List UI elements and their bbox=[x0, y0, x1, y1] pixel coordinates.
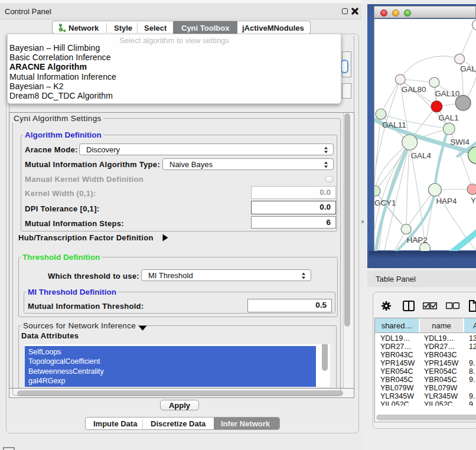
svg-text:HAP4: HAP4 bbox=[436, 197, 457, 206]
svg-text:GCY1: GCY1 bbox=[374, 198, 396, 207]
svg-text:SWI4: SWI4 bbox=[450, 138, 470, 146]
svg-text:GAL7: GAL7 bbox=[460, 64, 476, 73]
svg-text:GAL4: GAL4 bbox=[411, 151, 432, 160]
svg-text:GAL80: GAL80 bbox=[402, 85, 426, 94]
svg-text:GAL11: GAL11 bbox=[382, 120, 406, 129]
svg-text:YP: YP bbox=[471, 196, 476, 205]
svg-text:GAL10: GAL10 bbox=[435, 89, 459, 98]
svg-text:GAL1: GAL1 bbox=[438, 113, 458, 122]
svg-text:HAP2: HAP2 bbox=[407, 236, 428, 244]
